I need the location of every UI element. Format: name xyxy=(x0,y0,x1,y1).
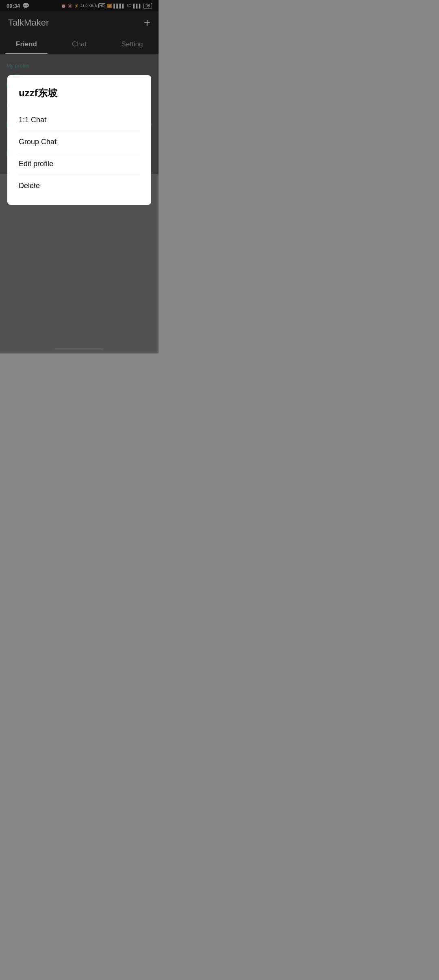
one-on-one-chat-button[interactable]: 1:1 Chat xyxy=(19,109,140,131)
context-menu-dialog: uzzf东坡 1:1 Chat Group Chat Edit profile … xyxy=(7,75,151,205)
group-chat-button[interactable]: Group Chat xyxy=(19,131,140,153)
dialog-username: uzzf东坡 xyxy=(19,87,140,100)
delete-button[interactable]: Delete xyxy=(19,175,140,197)
edit-profile-button[interactable]: Edit profile xyxy=(19,153,140,175)
